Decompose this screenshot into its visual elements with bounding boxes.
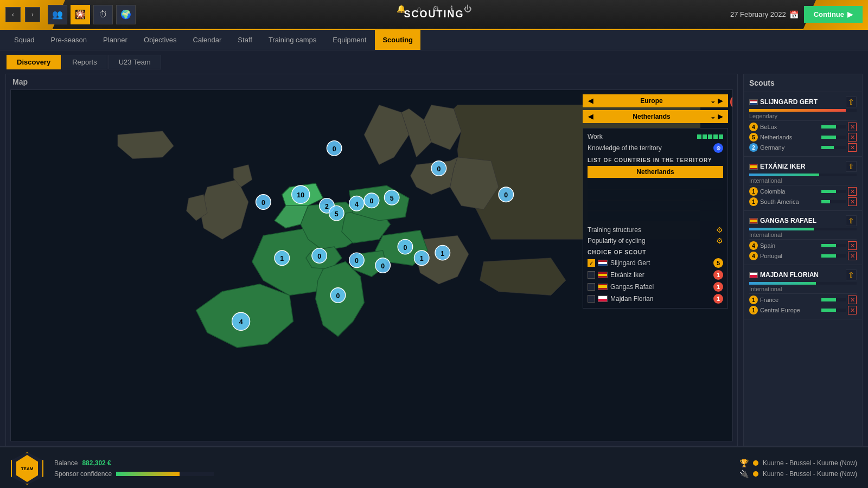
scout2-assignment-1: 1 Colombia ✕ <box>749 187 857 196</box>
tab-calendar[interactable]: Calendar <box>186 30 229 50</box>
scout3-a2-bar <box>821 254 846 258</box>
scout1-a2-remove[interactable]: ✕ <box>848 133 857 142</box>
date-display: 27 February 2022 📅 <box>730 10 799 19</box>
scout3-a1-remove[interactable]: ✕ <box>848 241 857 250</box>
scout3-flag <box>598 284 608 290</box>
svg-text:0: 0 <box>381 262 385 270</box>
tab-scouting[interactable]: Scouting <box>375 30 420 50</box>
scout3-collapse-btn[interactable]: ⇧ <box>846 215 857 226</box>
selected-country[interactable]: Netherlands <box>588 166 723 178</box>
scout-card-3: GANGAS RAFAEL ⇧ International 4 Spain ✕ <box>744 211 862 265</box>
popularity-row: Popularity of cycling ⚙ <box>588 236 723 245</box>
scout2-a1-label: Colombia <box>760 188 785 195</box>
event2-text: Kuurne - Brussel - Kuurne (Now) <box>763 470 857 478</box>
training-row: Training structures ⚙ <box>588 226 723 234</box>
scout1-checkbox[interactable]: ✓ <box>588 259 595 267</box>
event-row-2: 🔌 Kuurne - Brussel - Kuurne (Now) <box>739 470 857 478</box>
page-title: SCOUTING <box>404 9 464 20</box>
squad-icon[interactable]: 👥 <box>48 5 67 24</box>
scout4-a1-label: France <box>760 297 778 303</box>
scout2-name: Etxániz Iker <box>610 271 644 279</box>
region-arrow-left[interactable]: ◀ <box>588 97 593 105</box>
globe-icon[interactable]: 🌍 <box>116 5 136 24</box>
top-bar-right: 27 February 2022 📅 Continue ▶ <box>730 6 863 23</box>
scouts-title: Scouts <box>744 74 862 92</box>
power-icon[interactable]: ⏻ <box>464 4 471 13</box>
team-logo: TEAM <box>11 452 43 485</box>
scout1-collapse-btn[interactable]: ⇧ <box>846 97 857 107</box>
work-label: Work <box>588 133 603 140</box>
bottom-bar: TEAM Balance 882,302 € Sponsor confidenc… <box>0 446 868 488</box>
tab-planner[interactable]: Planner <box>95 30 135 50</box>
scout3-rating-fill <box>749 228 814 230</box>
continue-button[interactable]: Continue ▶ <box>804 6 863 23</box>
map-title: Map <box>6 74 737 89</box>
scout1-a1-bar <box>821 125 846 129</box>
event1-trophy-icon: 🏆 <box>739 459 749 467</box>
subtab-discovery[interactable]: Discovery <box>7 55 61 69</box>
scout4-a1-remove[interactable]: ✕ <box>848 296 857 304</box>
svg-text:0: 0 <box>404 244 407 252</box>
event2-route-icon: 🔌 <box>739 470 749 478</box>
scout4-checkbox[interactable] <box>588 295 595 303</box>
scout3-a1-bar <box>821 244 846 247</box>
scout1-assignment-2: 5 Netherlands ✕ <box>749 133 857 142</box>
training-gear-icon: ⚙ <box>716 226 723 234</box>
scout2-a1-remove[interactable]: ✕ <box>848 187 857 196</box>
subtab-u23team[interactable]: U23 Team <box>108 55 161 69</box>
scout4-collapse-btn[interactable]: ⇧ <box>846 269 857 280</box>
clock-icon[interactable]: ⏱ <box>93 5 113 24</box>
territory-chevron-down[interactable]: ⌄ <box>710 113 716 120</box>
scout4-a2-num: 1 <box>749 306 758 314</box>
nav-back-button[interactable]: ‹ <box>5 7 21 22</box>
scouting-icon[interactable]: 🎇 <box>71 5 90 24</box>
country-empty-2 <box>588 190 723 200</box>
scout-card-4: MAJDAN FLORIAN ⇧ International 1 France … <box>744 265 862 319</box>
tab-staff[interactable]: Staff <box>230 30 260 50</box>
scout1-rating-fill <box>749 109 846 112</box>
map-section: Map <box>5 74 738 446</box>
scout2-a1-bar <box>821 190 846 193</box>
subtab-reports[interactable]: Reports <box>62 55 107 69</box>
scout3-a2-remove[interactable]: ✕ <box>848 252 857 260</box>
territory-arrow-right[interactable]: ▶ <box>718 113 723 120</box>
scout1-a3-bar <box>821 146 846 149</box>
scout3-a1-label: Spain <box>760 242 775 249</box>
top-bar-icons: 👥 🎇 ⏱ 🌍 <box>48 5 136 24</box>
scout4-a2-remove[interactable]: ✕ <box>848 306 857 314</box>
tab-equipment[interactable]: Equipment <box>325 30 374 50</box>
scout1-a1-remove[interactable]: ✕ <box>848 123 857 131</box>
territory-selector[interactable]: ◀ Netherlands ⌄ ▶ <box>583 110 728 123</box>
event1-dot <box>753 460 758 466</box>
region-arrow-right[interactable]: ▶ <box>718 97 723 105</box>
knowledge-row: Knowledge of the territory ⚙ <box>588 143 723 153</box>
region-selector[interactable]: ◀ Europe ⌄ ▶ <box>583 94 728 107</box>
scout2-collapse-btn[interactable]: ⇧ <box>846 161 857 172</box>
scout-card-1: SLIJNGARD GERT ⇧ Legendary 4 BeLux ✕ <box>744 92 862 157</box>
scout3-rating-bg <box>749 228 857 230</box>
tab-preseason[interactable]: Pre-season <box>43 30 94 50</box>
scout3-a1-num: 4 <box>749 241 758 250</box>
scout1-a3-remove[interactable]: ✕ <box>848 143 857 152</box>
scout3-num: 1 <box>713 282 723 292</box>
territory-arrow-left[interactable]: ◀ <box>588 113 593 120</box>
scout2-a2-remove[interactable]: ✕ <box>848 197 857 206</box>
tab-objectives[interactable]: Objectives <box>136 30 184 50</box>
date-text: 27 February 2022 <box>730 10 786 18</box>
scout2-checkbox[interactable] <box>588 271 595 279</box>
tab-training-camps[interactable]: Training camps <box>261 30 324 50</box>
scout3-checkbox[interactable] <box>588 283 595 291</box>
scout3-flag-panel <box>749 218 758 224</box>
popularity-gear-icon: ⚙ <box>716 236 723 245</box>
knowledge-icon: ⚙ <box>713 143 723 153</box>
scout1-a2-bar <box>821 136 846 139</box>
nav-forward-button[interactable]: › <box>25 7 40 22</box>
scout-choice-2: Etxániz Iker 1 <box>588 270 723 280</box>
scout3-a2-num: 4 <box>749 252 758 260</box>
team-logo-inner: TEAM <box>16 455 38 482</box>
scout2-a2-bar <box>821 200 846 203</box>
map-container: 10 2 4 0 5 5 0 0 0 <box>10 89 733 441</box>
calendar-icon[interactable]: 📅 <box>789 10 799 19</box>
region-chevron-down[interactable]: ⌄ <box>710 97 716 105</box>
tab-squad[interactable]: Squad <box>7 30 42 50</box>
